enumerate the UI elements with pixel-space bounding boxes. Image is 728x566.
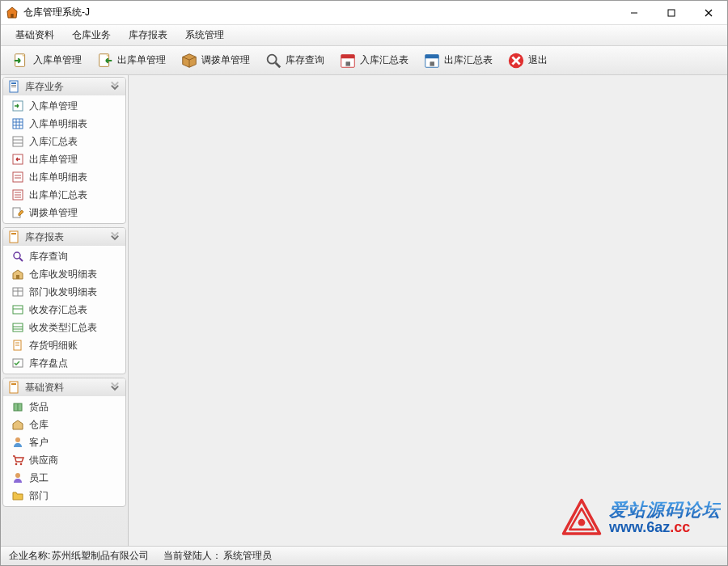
panel-stock-report-header[interactable]: 库存报表 [3, 228, 125, 246]
nav-employee[interactable]: 员工 [3, 469, 125, 487]
magnifier-icon [265, 52, 282, 70]
app-window: 仓库管理系统-J 基础资料 仓库业务 库存报表 系统管理 入库单管理 出库单管理… [0, 0, 728, 566]
nav-dept-io-detail[interactable]: 部门收发明细表 [3, 283, 125, 301]
svg-rect-51 [13, 323, 23, 332]
svg-rect-59 [11, 383, 16, 385]
svg-rect-42 [11, 233, 16, 234]
toolbar-transfer[interactable]: 调拨单管理 [174, 49, 256, 72]
nav-inbound-summary[interactable]: 入库汇总表 [3, 133, 125, 150]
svg-marker-66 [563, 500, 599, 534]
toolbar-stock-query[interactable]: 库存查询 [258, 49, 331, 72]
svg-point-65 [15, 473, 20, 478]
nav-inbound-detail[interactable]: 入库单明细表 [3, 115, 125, 133]
svg-line-9 [276, 62, 281, 67]
nav-stock-take[interactable]: 库存盘点 [3, 354, 125, 372]
app-icon [6, 6, 19, 19]
nav-outbound-detail[interactable]: 出库单明细表 [3, 168, 125, 186]
doc-arrow-out-icon [96, 52, 114, 70]
svg-rect-49 [13, 306, 23, 314]
menu-warehouse-ops[interactable]: 仓库业务 [64, 25, 119, 45]
chevron-up-icon [109, 81, 121, 92]
status-user: 当前登陆人： 系统管理员 [163, 549, 272, 563]
close-button[interactable] [690, 1, 727, 25]
nav-warehouse-io-detail[interactable]: 仓库收发明细表 [3, 265, 125, 283]
window-title: 仓库管理系统-J [23, 6, 90, 19]
status-user-label: 当前登陆人： [163, 549, 222, 563]
panel-basic-data-body: 货品 仓库 客户 供应商 员工 部门 [3, 396, 125, 506]
doc-edit-icon [11, 206, 24, 219]
toolbar-outbound-summary[interactable]: ▦ 出库汇总表 [417, 49, 499, 72]
nav-warehouse[interactable]: 仓库 [3, 416, 125, 433]
toolbar-inbound-summary-label: 入库汇总表 [360, 53, 408, 67]
menu-basic-data[interactable]: 基础资料 [7, 25, 62, 45]
nav-inbound-mgmt[interactable]: 入库单管理 [3, 97, 125, 115]
body: 库存业务 入库单管理 入库单明细表 入库汇总表 出库单管理 出库单明细表 出库单… [1, 75, 727, 546]
panel-stock-ops-header[interactable]: 库存业务 [3, 78, 125, 95]
cart-sm-icon [11, 454, 24, 467]
nav-io-stock-summary[interactable]: 收发存汇总表 [3, 301, 125, 319]
panel-basic-data-header[interactable]: 基础资料 [3, 378, 125, 396]
watermark-url: www.6az.cc [609, 520, 721, 536]
status-company-value: 苏州纸塑制品有限公司 [52, 549, 149, 563]
nav-inventory-ledger[interactable]: 存货明细账 [3, 336, 125, 354]
box-icon [180, 52, 198, 70]
svg-rect-3 [668, 10, 675, 16]
doc-sm-icon [11, 339, 24, 352]
svg-point-43 [14, 252, 20, 259]
grid-sm-icon [11, 357, 24, 370]
toolbar: 入库单管理 出库单管理 调拨单管理 库存查询 ▦ 入库汇总表 ▦ 出库汇总表 退… [1, 46, 727, 75]
grid-blue-icon [11, 117, 24, 130]
panel-stock-ops-title: 库存业务 [25, 80, 105, 94]
nav-department[interactable]: 部门 [3, 487, 125, 505]
minimize-button[interactable] [616, 1, 653, 25]
grid-sm-icon [11, 303, 24, 316]
svg-text:▦: ▦ [345, 59, 351, 66]
form-out-icon [11, 171, 24, 184]
content-area: 爱站源码论坛 www.6az.cc [129, 75, 727, 546]
triangle-logo-icon [561, 497, 603, 539]
toolbar-exit-label: 退出 [528, 53, 548, 67]
toolbar-stock-query-label: 库存查询 [286, 53, 324, 67]
toolbar-inbound-label: 入库单管理 [33, 53, 82, 67]
toolbar-outbound[interactable]: 出库单管理 [90, 49, 172, 72]
sidebar: 库存业务 入库单管理 入库单明细表 入库汇总表 出库单管理 出库单明细表 出库单… [1, 75, 129, 546]
watermark: 爱站源码论坛 www.6az.cc [561, 497, 721, 539]
nav-transfer-mgmt[interactable]: 调拨单管理 [3, 204, 125, 222]
status-company: 企业名称: 苏州纸塑制品有限公司 [9, 549, 149, 563]
chevron-up-icon [109, 382, 121, 393]
svg-line-44 [19, 258, 23, 261]
menu-inventory-report[interactable]: 库存报表 [121, 25, 176, 45]
svg-point-68 [578, 519, 586, 526]
svg-text:▦: ▦ [430, 59, 435, 66]
form-out-icon [11, 153, 24, 166]
user-sm-icon [11, 436, 24, 449]
nav-outbound-summary[interactable]: 出库单汇总表 [3, 186, 125, 204]
svg-rect-22 [11, 87, 16, 87]
nav-supplier[interactable]: 供应商 [3, 451, 125, 469]
maximize-button[interactable] [653, 1, 690, 25]
svg-rect-11 [341, 54, 355, 58]
doc-orange-icon [8, 381, 21, 394]
window-controls [616, 1, 727, 25]
svg-rect-21 [11, 85, 16, 86]
nav-customer[interactable]: 客户 [3, 433, 125, 451]
form-out-icon [11, 188, 24, 201]
toolbar-inbound[interactable]: 入库单管理 [6, 49, 88, 72]
menubar: 基础资料 仓库业务 库存报表 系统管理 [1, 25, 727, 46]
nav-goods[interactable]: 货品 [3, 398, 125, 416]
nav-stock-query[interactable]: 库存查询 [3, 247, 125, 265]
toolbar-exit[interactable]: 退出 [501, 49, 554, 72]
svg-rect-1 [11, 14, 13, 18]
menu-system-mgmt[interactable]: 系统管理 [177, 25, 232, 45]
panel-basic-data: 基础资料 货品 仓库 客户 供应商 员工 部门 [2, 378, 126, 507]
panel-basic-data-title: 基础资料 [25, 381, 105, 395]
exit-icon [507, 52, 525, 70]
nav-io-type-summary[interactable]: 收发类型汇总表 [3, 319, 125, 336]
status-user-value: 系统管理员 [223, 549, 272, 563]
magnifier-sm-icon [11, 250, 24, 263]
svg-rect-14 [425, 54, 439, 58]
svg-marker-67 [569, 509, 593, 530]
toolbar-inbound-summary[interactable]: ▦ 入库汇总表 [332, 49, 415, 72]
svg-point-8 [268, 54, 277, 63]
nav-outbound-mgmt[interactable]: 出库单管理 [3, 150, 125, 168]
